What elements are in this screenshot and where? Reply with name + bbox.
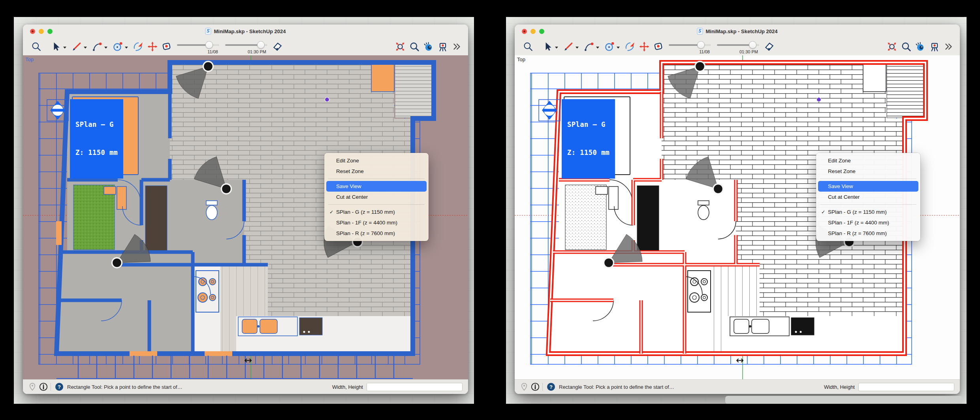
menu-item-cut-at-center[interactable]: Cut at Center <box>818 192 918 202</box>
tape-measure-icon[interactable] <box>162 41 172 52</box>
slider-knob[interactable] <box>749 41 756 49</box>
maximize-button[interactable] <box>539 29 544 34</box>
status-bar: ? Rectangle Tool: Pick a point to define… <box>515 379 960 394</box>
instructor-icon[interactable] <box>39 382 48 391</box>
sketchup-logo-icon <box>205 28 211 35</box>
slider-label: 11/08 <box>207 49 218 54</box>
dropdown-caret-icon[interactable] <box>125 47 128 49</box>
more-tools-icon[interactable] <box>452 41 462 52</box>
menu-separator <box>820 204 916 205</box>
pencil-icon[interactable] <box>563 41 574 52</box>
model-viewport[interactable]: ↔ Top SPlan — G Z: 1150 mm Edit ZoneRese… <box>23 55 468 379</box>
arc-tool-icon[interactable] <box>92 41 102 52</box>
measurements-input[interactable] <box>858 383 954 391</box>
slider-knob[interactable] <box>697 41 705 49</box>
circle-tool-icon[interactable] <box>604 41 615 52</box>
slider-knob[interactable] <box>205 41 213 49</box>
eraser-icon[interactable] <box>764 41 774 52</box>
move-tool-icon[interactable] <box>639 41 649 52</box>
date-slider[interactable]: 11/08 <box>177 40 219 54</box>
pencil-icon[interactable] <box>71 41 82 52</box>
zoom-icon[interactable] <box>901 41 911 52</box>
measurements-label: Width, Height <box>824 384 855 390</box>
desktop-right-window: MiniMap.skp - SketchUp 2024 11/0801:30 P… <box>506 17 967 404</box>
position-camera-icon[interactable] <box>929 41 940 52</box>
measurements-input[interactable] <box>367 383 463 391</box>
instructor-icon[interactable] <box>531 382 540 391</box>
menu-item-edit-zone[interactable]: Edit Zone <box>326 155 427 166</box>
menu-item-splan-1f-z-4400-mm[interactable]: SPlan - 1F (z = 4400 mm) <box>818 217 918 228</box>
menu-item-label: SPlan - 1F (z = 4400 mm) <box>828 220 889 226</box>
menu-item-splan-r-z-7600-mm[interactable]: SPlan - R (z = 7600 mm) <box>818 228 918 239</box>
sketchup-left-window: MiniMap.skp - SketchUp 2024 11/0801:30 P… <box>23 24 468 394</box>
menu-item-splan-g-z-1150-mm[interactable]: ✓SPlan - G (z = 1150 mm) <box>818 207 918 217</box>
position-camera-icon[interactable] <box>438 41 448 52</box>
rotate-tool-icon[interactable] <box>625 41 635 52</box>
context-menu: Edit ZoneReset ZoneSave ViewCut at Cente… <box>324 153 429 241</box>
dropdown-caret-icon[interactable] <box>104 47 107 49</box>
minimize-button[interactable] <box>530 29 536 34</box>
help-icon[interactable]: ? <box>55 382 64 391</box>
menu-item-save-view[interactable]: Save View <box>326 181 427 192</box>
look-around-icon[interactable] <box>423 41 434 52</box>
menu-item-cut-at-center[interactable]: Cut at Center <box>326 192 427 202</box>
close-button[interactable] <box>30 29 35 34</box>
geolocation-icon[interactable] <box>28 382 37 391</box>
select-arrow-icon[interactable] <box>51 41 61 52</box>
menu-item-save-view[interactable]: Save View <box>818 181 918 192</box>
titlebar[interactable]: MiniMap.skp - SketchUp 2024 <box>515 24 960 38</box>
eraser-icon[interactable] <box>272 41 282 52</box>
slider-knob[interactable] <box>257 41 265 49</box>
window-title: MiniMap.skp - SketchUp 2024 <box>214 28 286 34</box>
status-bar: ? Rectangle Tool: Pick a point to define… <box>23 379 468 394</box>
time-slider[interactable]: 01:30 PM <box>225 40 267 54</box>
select-arrow-icon[interactable] <box>543 41 553 52</box>
zoom-window-icon[interactable] <box>887 41 897 52</box>
section-plane-icon[interactable] <box>538 99 561 121</box>
zoom-window-icon[interactable] <box>395 41 405 52</box>
tape-measure-icon[interactable] <box>653 41 664 52</box>
maximize-button[interactable] <box>47 29 53 34</box>
arc-tool-icon[interactable] <box>584 41 594 52</box>
search-icon[interactable] <box>523 41 533 52</box>
close-button[interactable] <box>522 29 527 34</box>
time-slider[interactable]: 01:30 PM <box>717 40 759 54</box>
toolbar: 11/0801:30 PM <box>23 38 468 55</box>
context-menu: Edit ZoneReset ZoneSave ViewCut at Cente… <box>816 153 920 241</box>
dropdown-caret-icon[interactable] <box>84 47 87 49</box>
rotate-tool-icon[interactable] <box>133 41 143 52</box>
more-tools-icon[interactable] <box>944 41 954 52</box>
window-title: MiniMap.skp - SketchUp 2024 <box>705 28 777 34</box>
menu-separator <box>820 179 916 179</box>
checkmark-icon: ✓ <box>329 209 336 215</box>
move-tool-icon[interactable] <box>147 41 158 52</box>
menu-item-splan-r-z-7600-mm[interactable]: SPlan - R (z = 7600 mm) <box>326 228 427 239</box>
status-message: Rectangle Tool: Pick a point to define t… <box>559 384 674 390</box>
menu-item-label: SPlan - R (z = 7600 mm) <box>336 230 395 236</box>
zoom-icon[interactable] <box>409 41 419 52</box>
dropdown-caret-icon[interactable] <box>617 47 620 49</box>
menu-item-splan-g-z-1150-mm[interactable]: ✓SPlan - G (z = 1150 mm) <box>326 207 427 217</box>
menu-item-reset-zone[interactable]: Reset Zone <box>326 166 427 177</box>
menu-item-edit-zone[interactable]: Edit Zone <box>818 155 918 166</box>
circle-tool-icon[interactable] <box>113 41 123 52</box>
menu-item-splan-1f-z-4400-mm[interactable]: SPlan - 1F (z = 4400 mm) <box>326 217 427 228</box>
section-plane-icon[interactable] <box>47 99 69 121</box>
titlebar[interactable]: MiniMap.skp - SketchUp 2024 <box>23 24 468 38</box>
dropdown-caret-icon[interactable] <box>576 47 579 49</box>
dropdown-caret-icon[interactable] <box>63 47 66 49</box>
dropdown-caret-icon[interactable] <box>555 47 558 49</box>
geolocation-icon[interactable] <box>520 382 529 391</box>
search-icon[interactable] <box>31 41 41 52</box>
model-viewport[interactable]: ↔ Top SPlan — G Z: 1150 mm Edit ZoneRese… <box>515 55 960 379</box>
slider-label: 01:30 PM <box>739 49 758 54</box>
slider-label: 11/08 <box>699 49 710 54</box>
date-slider[interactable]: 11/08 <box>669 40 711 54</box>
slider-label: 01:30 PM <box>248 49 266 54</box>
minimize-button[interactable] <box>39 29 44 34</box>
menu-item-reset-zone[interactable]: Reset Zone <box>818 166 918 177</box>
look-around-icon[interactable] <box>915 41 925 52</box>
help-icon[interactable]: ? <box>547 382 555 391</box>
dropdown-caret-icon[interactable] <box>596 47 599 49</box>
menu-item-label: Cut at Center <box>828 194 860 200</box>
